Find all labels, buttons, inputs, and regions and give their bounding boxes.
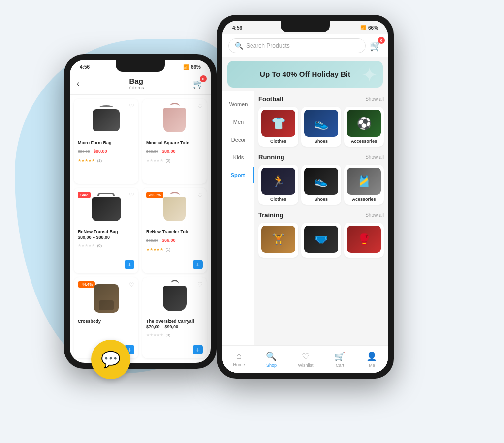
category-decor[interactable]: Decor	[222, 132, 254, 148]
promo-banner[interactable]: ✦ Up To 40% Off Holiday Bit	[227, 61, 383, 88]
football-shoes-img: 👟	[304, 110, 338, 137]
wishlist-icon-4[interactable]: ♡	[197, 192, 203, 199]
reviews-6: (0)	[165, 333, 170, 337]
price-old-4: $86.00	[146, 238, 158, 243]
categories-sidebar: Women Men Decor Kids Sport	[222, 91, 254, 373]
product-name-3: ReNew Transit Bag	[78, 229, 134, 234]
shop-body: Women Men Decor Kids Sport Football Show…	[222, 91, 388, 373]
football-clothes-label: Clothes	[261, 139, 295, 144]
signal-icon-right: 📶	[360, 25, 366, 30]
cart-icon-wrapper[interactable]: 🛒 0	[193, 78, 204, 89]
running-accessories-label: Acessories	[347, 197, 381, 202]
nav-wishlist[interactable]: ♡ Wishlist	[298, 351, 313, 368]
running-section-header: Running Show all	[258, 153, 384, 161]
football-clothes-card[interactable]: 👕 Clothes	[258, 107, 298, 147]
stars-4: ★★★★★	[146, 247, 163, 252]
category-kids[interactable]: Kids	[222, 149, 254, 165]
cart-button-right[interactable]: 🛒 0	[370, 40, 382, 52]
nav-shop[interactable]: 🔍 Shop	[266, 351, 277, 368]
running-clothes-card[interactable]: 🏃 Clothes	[258, 165, 298, 205]
bottom-nav: ⌂ Home 🔍 Shop ♡ Wishlist 🛒 Cart 👤 M	[222, 345, 388, 373]
back-button[interactable]: ‹	[77, 79, 79, 88]
running-clothes-label: Clothes	[261, 197, 295, 202]
rating-6: ★★★★★ (0)	[146, 329, 203, 338]
banner-text: Up To 40% Off Holiday Bit	[260, 70, 350, 78]
running-shoes-label: Shoes	[304, 197, 338, 202]
add-btn-3[interactable]: +	[125, 260, 134, 269]
add-btn-4[interactable]: +	[193, 260, 203, 269]
product-card-6[interactable]: ♡ + The Oversized Carryall $70,00 – $99,…	[142, 277, 207, 358]
phone-left-screen: 4:56 📶 66% ‹ Bag 7 items 🛒 0	[70, 60, 211, 363]
nav-me[interactable]: 👤 Me	[366, 351, 377, 368]
product-card-3[interactable]: Sale ♡ + ReNew Transit Bag $80,00 – $88,…	[74, 188, 138, 273]
running-clothes-img: 🏃	[261, 168, 295, 195]
product-card-2[interactable]: ♡ Minimal Square Tote $86.00 $80.00 ★★★★…	[142, 99, 207, 184]
home-label: Home	[233, 362, 245, 367]
profile-icon: 👤	[366, 351, 377, 362]
rating-3: ★★★★★ (0)	[78, 240, 134, 249]
bag-title: Bag	[128, 77, 144, 85]
search-input-wrapper[interactable]: 🔍 Search Products	[228, 38, 366, 53]
reviews-3: (0)	[97, 243, 102, 248]
running-shoes-card[interactable]: 👟 Shoes	[301, 165, 341, 205]
wishlist-icon-2[interactable]: ♡	[197, 103, 203, 110]
search-placeholder: Search Products	[246, 42, 290, 49]
category-sport[interactable]: Sport	[222, 167, 254, 183]
reviews-1: (1)	[97, 158, 102, 163]
notch-left	[116, 60, 165, 72]
wishlist-icon: ♡	[302, 351, 310, 362]
training-img-3: 🥊	[347, 226, 381, 253]
bag-header-top: ‹ Bag 7 items 🛒 0	[77, 77, 204, 90]
category-women[interactable]: Women	[222, 96, 254, 112]
football-accessories-img: ⚽	[347, 110, 381, 137]
badge-5: -44.4%	[78, 281, 95, 288]
running-title: Running	[258, 153, 284, 161]
bag-header: ‹ Bag 7 items 🛒 0	[70, 74, 211, 95]
phone-left: 4:56 📶 66% ‹ Bag 7 items 🛒 0	[64, 54, 217, 369]
training-card-2[interactable]: 🩲	[301, 223, 341, 258]
product-card-1[interactable]: ♡ Micro Form Bag $86.00 $80.00 ★★★★★ (1)	[74, 99, 138, 184]
search-icon: 🔍	[235, 42, 243, 50]
nav-cart[interactable]: 🛒 Cart	[334, 351, 345, 368]
training-section-header: Training Show all	[258, 211, 384, 219]
price-new-2: $80.00	[162, 149, 176, 154]
price-new-4: $66.00	[162, 238, 176, 243]
me-label: Me	[369, 363, 375, 368]
cart-badge-right: 0	[378, 37, 385, 44]
running-subcategories: 🏃 Clothes 👟 Shoes	[258, 165, 384, 205]
rating-4: ★★★★★ (1)	[146, 244, 203, 253]
football-title: Football	[258, 95, 284, 103]
badge-4: -23.3%	[146, 192, 163, 198]
training-subcategories: 🏋 🩲	[258, 223, 384, 258]
football-shoes-card[interactable]: 👟 Shoes	[301, 107, 341, 147]
status-right-left: 📶 66%	[183, 64, 201, 70]
category-men[interactable]: Men	[222, 114, 254, 130]
training-card-1[interactable]: 🏋	[258, 223, 298, 258]
wishlist-icon-1[interactable]: ♡	[129, 103, 134, 110]
nav-home[interactable]: ⌂ Home	[233, 351, 245, 367]
training-img-2: 🩲	[304, 226, 338, 253]
training-show-all[interactable]: Show all	[365, 212, 384, 218]
product-name-4: ReNew Traveler Tote	[146, 229, 203, 234]
product-name-5: Crossbody	[78, 319, 134, 324]
cart-badge-left: 0	[200, 75, 207, 82]
football-accessories-card[interactable]: ⚽ Accessories	[344, 107, 384, 147]
wishlist-icon-3[interactable]: ♡	[129, 192, 134, 199]
running-accessories-img: 🎽	[347, 168, 381, 195]
chat-bubble-button[interactable]: 💬	[91, 340, 130, 379]
running-show-all[interactable]: Show all	[365, 154, 384, 160]
wishlist-icon-5[interactable]: ♡	[129, 281, 134, 288]
running-accessories-card[interactable]: 🎽 Acessories	[344, 165, 384, 205]
wishlist-icon-6[interactable]: ♡	[197, 281, 203, 288]
training-title: Training	[258, 211, 284, 219]
football-section-header: Football Show all	[258, 95, 384, 103]
cart-nav-icon: 🛒	[334, 351, 345, 362]
product-card-4[interactable]: -23.3% ♡ + ReNew Traveler Tote $86.00 $6…	[142, 188, 207, 273]
football-show-all[interactable]: Show all	[365, 96, 384, 102]
add-btn-6[interactable]: +	[193, 345, 203, 354]
phone-right: 4:56 📶 66% 🔍 Search Products 🛒 0	[217, 15, 394, 379]
product-img-2	[146, 103, 203, 137]
training-card-3[interactable]: 🥊	[344, 223, 384, 258]
search-bar-area: 🔍 Search Products 🛒 0	[222, 34, 388, 57]
price-old-2: $86.00	[146, 149, 158, 154]
